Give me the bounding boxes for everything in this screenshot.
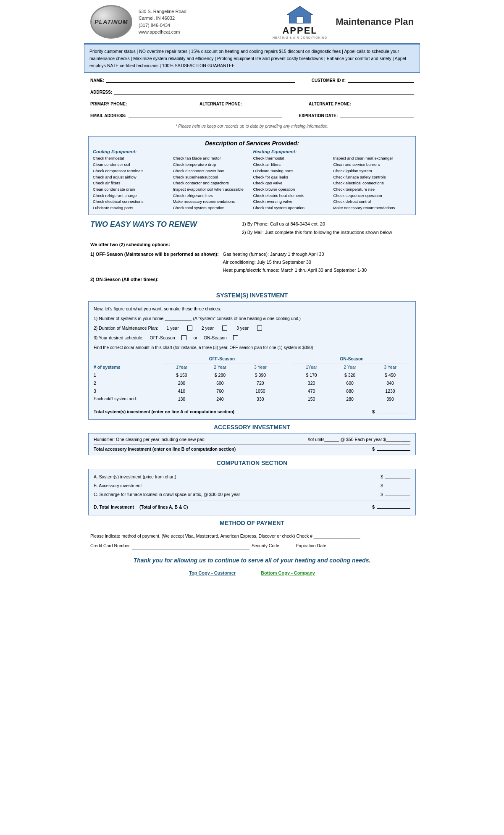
pricing-row-label: 3: [94, 387, 163, 395]
email-group: EMAIL ADDRESS:: [90, 112, 282, 118]
investment-intro: Now, let's figure out what you want, so …: [94, 305, 410, 313]
list-item: Clean condenser coil: [93, 162, 171, 168]
investment-total-label: Total system(s) investment (enter on lin…: [94, 408, 234, 416]
renew-title: TWO EASY WAYS TO RENEW: [90, 220, 234, 229]
heating-header: Heating Equipment:: [253, 149, 331, 154]
address-group: ADDRESS:: [90, 89, 414, 95]
off-year2-header: 2 Year: [200, 363, 240, 371]
list-item: Check blower operation: [253, 186, 331, 193]
3year-checkbox[interactable]: [257, 326, 262, 331]
pricing-row-label: Each add'l system add:: [94, 395, 163, 403]
comp-line-d: D. Total Investment (Total of lines A, B…: [94, 503, 372, 512]
customer-id-group: CUSTOMER ID #:: [312, 77, 414, 83]
list-item: Check superheat/subcool: [173, 174, 251, 181]
heating-list2: Inspect and clean heat exchanger Clean a…: [333, 155, 411, 211]
alt-phone2-field[interactable]: [353, 100, 414, 106]
accessory-total-row: Total accessory investment (enter on lin…: [94, 444, 410, 452]
pricing-on1: 470: [293, 387, 330, 395]
address-row: ADDRESS:: [90, 89, 414, 95]
payment-heading: METHOD OF PAYMENT: [84, 520, 420, 526]
alt-phone1-field[interactable]: [244, 100, 304, 106]
list-item: Lubricate moving parts: [93, 205, 171, 211]
expiration-field[interactable]: [340, 112, 414, 118]
name-field[interactable]: [106, 77, 295, 83]
security-code-label: Security Code______: [252, 542, 294, 550]
pricing-on2: 280: [330, 395, 370, 403]
pricing-on3: $ 450: [370, 371, 410, 379]
1year-checkbox[interactable]: [187, 326, 192, 331]
list-item: Make necessary recommendations: [173, 199, 251, 205]
pricing-off3: 720: [240, 379, 281, 387]
alt-phone1-label: ALTERNATE PHONE:: [200, 102, 242, 106]
option1-detail2: Air conditioning: July 15 thru September…: [223, 258, 367, 266]
heating-col1: Heating Equipment: Check thermostat Chec…: [253, 149, 331, 211]
logo-name: APPEL: [282, 25, 317, 36]
pricing-on3: 840: [370, 379, 410, 387]
page-title: Maintenance Plan: [336, 16, 414, 27]
on-year3-header: 3 Year: [370, 363, 410, 371]
accessory-box: Humidifier: One cleaning per year includ…: [88, 433, 416, 455]
computation-heading: COMPUTATION SECTION: [84, 460, 420, 466]
choice1-row: 1) Number of systems in your home ______…: [94, 315, 410, 323]
humidifier-right: #of units______ @ $50 Each per year $___…: [308, 437, 410, 442]
pricing-on1: 150: [293, 395, 330, 403]
list-item: Check refrigerant lines: [173, 193, 251, 199]
2year-checkbox[interactable]: [222, 326, 227, 331]
pricing-off1: 130: [163, 395, 200, 403]
choice3-off: OFF-Season: [150, 334, 175, 342]
pricing-off3: 1050: [240, 387, 281, 395]
credit-card-label: Credit Card Number: [90, 542, 130, 550]
list-item: Check and adjust airflow: [93, 174, 171, 181]
on-year1-header: 1Year: [293, 363, 330, 371]
thank-you: Thank you for allowing us to continue to…: [84, 553, 420, 568]
list-item: Check for gas leaks: [253, 174, 331, 181]
expiration-date-label: Expiration Date______________: [296, 542, 361, 550]
list-item: Inspect evaporator coil when accessible: [173, 186, 251, 193]
address-field[interactable]: [114, 89, 414, 95]
pricing-off2: 240: [200, 395, 240, 403]
services-title: Description of Services Provided:: [93, 140, 411, 147]
list-item: Check fan blade and motor: [173, 155, 251, 162]
option1-detail1: Gas heating (furnace): January 1 through…: [223, 250, 367, 258]
comp-value-b: $: [381, 481, 410, 490]
list-item: Check compressor terminals: [93, 168, 171, 174]
on-year2-header: 2 Year: [330, 363, 370, 371]
customer-id-field[interactable]: [348, 77, 414, 83]
option1-details: Gas heating (furnace): January 1 through…: [223, 250, 367, 274]
off-season-checkbox[interactable]: [181, 335, 186, 340]
systems-col-label: # of systems: [94, 363, 163, 371]
heating-list1: Check thermostat Check air filters Lubri…: [253, 155, 331, 211]
heating-col2: x Inspect and clean heat exchanger Clean…: [333, 149, 411, 211]
choice3-row: 3) Your desired schedule: OFF-Season or …: [94, 334, 410, 342]
off-year1-header: 1Year: [163, 363, 200, 371]
list-item: Check thermostat: [93, 155, 171, 162]
list-item: Check total system operation: [253, 205, 331, 211]
option1-label: 1) OFF-Season (Maintenance will be perfo…: [90, 250, 219, 274]
renew-item2: 2) By Mail: Just complete this form foll…: [242, 228, 414, 237]
renew-section: TWO EASY WAYS TO RENEW 1) By Phone: Call…: [84, 215, 420, 239]
company-logo: APPEL HEATING & AIR CONDITIONING: [273, 4, 327, 39]
list-item: Check disconnect power box: [173, 168, 251, 174]
list-item: Inspect and clean heat exchanger: [333, 155, 411, 162]
pricing-on3: 1230: [370, 387, 410, 395]
email-field[interactable]: [129, 112, 282, 118]
form-note: * Please help us keep our records up to …: [90, 124, 414, 129]
choice3-on: ON-Season: [204, 334, 227, 342]
choice3-or: or: [194, 334, 197, 342]
alt-phone2-label: ALTERNATE PHONE:: [309, 102, 351, 106]
pricing-off1: 280: [163, 379, 200, 387]
primary-phone-field[interactable]: [129, 100, 195, 106]
credit-card-field[interactable]: [132, 549, 249, 549]
cooling-col2: x Check fan blade and motor Check temper…: [173, 149, 251, 211]
list-item: Check refrigerant charge: [93, 193, 171, 199]
comp-row-a: A. System(s) investment (price from char…: [94, 473, 410, 481]
renew-item1: 1) By Phone: Call us at 846-0434 ext. 20: [242, 220, 414, 228]
on-season-checkbox[interactable]: [233, 335, 238, 340]
comp-value-c: $: [381, 490, 410, 499]
pricing-off2: 600: [200, 379, 240, 387]
cooling-header: Cooling Equipment:: [93, 149, 171, 154]
email-row: EMAIL ADDRESS: EXPIRATION DATE:: [90, 112, 414, 118]
pricing-off1: $ 150: [163, 371, 200, 379]
list-item: Check total system operation: [173, 205, 251, 211]
comp-value-d: $: [372, 503, 410, 512]
